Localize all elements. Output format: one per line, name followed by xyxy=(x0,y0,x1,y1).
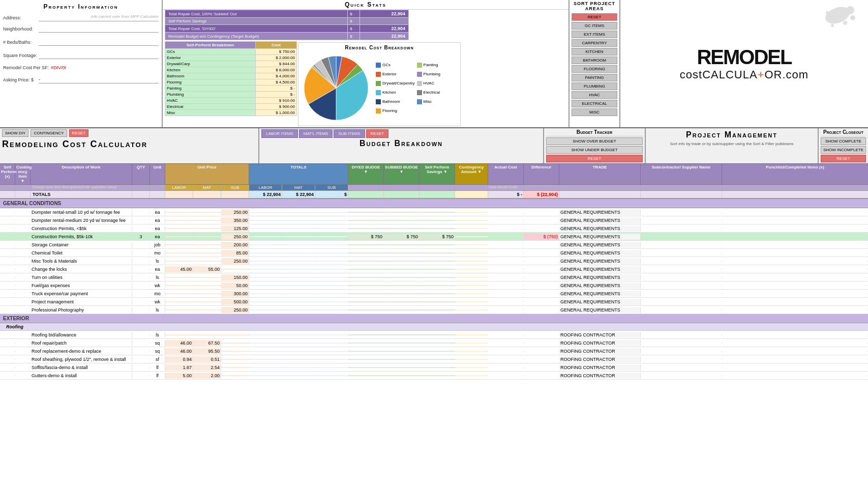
reset-closeout-button[interactable]: RESET xyxy=(821,155,866,162)
cell-diyed xyxy=(348,285,384,286)
sort-btn-reset[interactable]: RESET xyxy=(572,13,617,21)
cell-diyed xyxy=(348,228,384,229)
sort-btn-electrical[interactable]: ELECTRICAL xyxy=(572,100,617,107)
cell-sp-savings xyxy=(420,277,455,278)
cell-tot-labor xyxy=(249,351,282,352)
cell-subbed xyxy=(384,212,420,213)
cell-closeout xyxy=(722,334,868,335)
breakdown-value: $ 1,000.00 xyxy=(255,110,296,116)
show-over-budget-button[interactable]: SHOW OVER BUDGET xyxy=(546,137,643,145)
sqft-field: Square Footage: xyxy=(3,52,159,59)
cell-diyed xyxy=(348,269,384,270)
cell-conting xyxy=(15,252,31,253)
sort-btn-painting[interactable]: PAINTING xyxy=(572,74,617,81)
total-label: TOTALS xyxy=(31,191,132,198)
labor-items-button[interactable]: LABOR ITEMS xyxy=(261,129,298,138)
sort-btn-hvac[interactable]: HVAC xyxy=(572,91,617,99)
reset-budget-button[interactable]: RESET xyxy=(366,129,389,138)
cell-qty xyxy=(132,375,150,376)
cell-sub xyxy=(221,367,249,368)
cell-tot-labor xyxy=(249,269,282,270)
cell-self xyxy=(0,293,15,294)
cell-closeout xyxy=(722,285,868,286)
matl-items-button[interactable]: MAT'L ITEMS xyxy=(299,129,333,138)
cell-labor: 0.94 xyxy=(165,356,193,362)
cell-supplier xyxy=(641,334,722,335)
sort-btn-bathroom[interactable]: BATHROOM xyxy=(572,57,617,64)
sort-btn-kitchen[interactable]: KITCHEN xyxy=(572,48,617,55)
cell-sub: 250.00 xyxy=(221,258,249,264)
cell-sub xyxy=(221,343,249,344)
cell-conting xyxy=(15,343,31,344)
cell-actual xyxy=(488,261,524,262)
cell-self xyxy=(0,359,15,360)
breakdown-label: HVAC xyxy=(165,98,256,104)
svg-point-1 xyxy=(846,6,854,14)
subcol-sub-price: SUB xyxy=(221,185,249,190)
cell-qty xyxy=(132,367,150,368)
sort-btn-gc-items[interactable]: GC ITEMS xyxy=(572,22,617,30)
cell-sub: 350.00 xyxy=(221,217,249,223)
cell-sp-savings xyxy=(420,252,455,253)
cell-tot-mat xyxy=(282,277,315,278)
cell-trade: GENERAL REQUIREMENTS xyxy=(559,225,641,232)
cell-labor: 46.00 xyxy=(165,348,193,354)
sort-btn-plumbing[interactable]: PLUMBING xyxy=(572,82,617,90)
show-complete-button[interactable]: SHOW COMPLETE xyxy=(821,137,866,145)
sort-btn-ext-items[interactable]: EXT ITEMS xyxy=(572,31,617,38)
cell-actual xyxy=(488,367,524,368)
breakdown-label: Painting xyxy=(165,86,256,92)
cell-self xyxy=(0,252,15,253)
table-row: Dumpster rental-small 10 yd w/ tonnage f… xyxy=(0,208,868,216)
col-sp-savings: Self Perform Savings ▼ xyxy=(420,164,455,184)
cell-closeout xyxy=(722,252,868,253)
reset-tracker-button[interactable]: RESET xyxy=(546,155,643,162)
cell-unit: ls xyxy=(150,274,165,280)
cell-diyed xyxy=(348,212,384,213)
cell-subbed xyxy=(384,334,420,335)
cell-diff xyxy=(524,252,559,253)
sort-btn-flooring[interactable]: FLOORING xyxy=(572,65,617,73)
sort-btn-carpentry[interactable]: CARPENTRY xyxy=(572,39,617,47)
total-tot-sub: $ xyxy=(315,191,348,198)
show-incomplete-button[interactable]: SHOW INCOMPLETE xyxy=(821,146,866,154)
cell-conting xyxy=(15,285,31,286)
cell-actual xyxy=(488,228,524,229)
sub-items-button[interactable]: SUB ITEMS xyxy=(334,129,365,138)
cell-self xyxy=(0,334,15,335)
show-under-budget-button[interactable]: SHOW UNDER BUDGET xyxy=(546,146,643,154)
subcol-subbed xyxy=(384,185,420,190)
sort-btn-misc[interactable]: MISC xyxy=(572,108,617,116)
col-contingency: Conting ency Item ▼ xyxy=(15,164,31,184)
cell-actual xyxy=(488,309,524,310)
col-qty: QTY xyxy=(132,164,150,184)
reset-button-left[interactable]: RESET xyxy=(69,129,89,137)
cell-actual xyxy=(488,285,524,286)
subcol-actual-note: Input Actual Costs xyxy=(488,185,524,190)
table-row: Chemical Toiletmo85.00GENERAL REQUIREMEN… xyxy=(0,249,868,257)
table-row: Roof repair/patchsq46.0067.50ROOFING CON… xyxy=(0,339,868,347)
col-self-perform: Self Perform (x) xyxy=(0,164,15,184)
cell-self xyxy=(0,261,15,262)
cell-qty xyxy=(132,351,150,352)
cost-per-sf-field: Remodel Cost Per SF: #DIV/0! xyxy=(3,65,159,70)
cell-closeout xyxy=(722,220,868,221)
cell-conting xyxy=(15,269,31,270)
cell-tot-sub xyxy=(315,334,348,335)
cell-tot-mat xyxy=(282,285,315,286)
cell-tot-labor xyxy=(249,301,282,302)
show-diy-button[interactable]: SHOW DIY xyxy=(2,129,28,137)
cell-tot-labor xyxy=(249,343,282,344)
cell-closeout xyxy=(722,261,868,262)
cell-labor xyxy=(165,261,193,262)
cell-labor xyxy=(165,309,193,310)
breakdown-label: Electrical xyxy=(165,104,256,110)
cell-sub: 125.00 xyxy=(221,225,249,232)
col-unit-price-group: Unit Price xyxy=(165,164,249,184)
breakdown-label: GCs xyxy=(165,49,256,55)
breakdown-label: Flooring xyxy=(165,79,256,86)
cell-sub: 250.00 xyxy=(221,209,249,215)
cell-diff xyxy=(524,244,559,245)
subsection-header: Roofing xyxy=(0,323,868,331)
contingency-button[interactable]: CONTINGENCY xyxy=(31,129,67,137)
